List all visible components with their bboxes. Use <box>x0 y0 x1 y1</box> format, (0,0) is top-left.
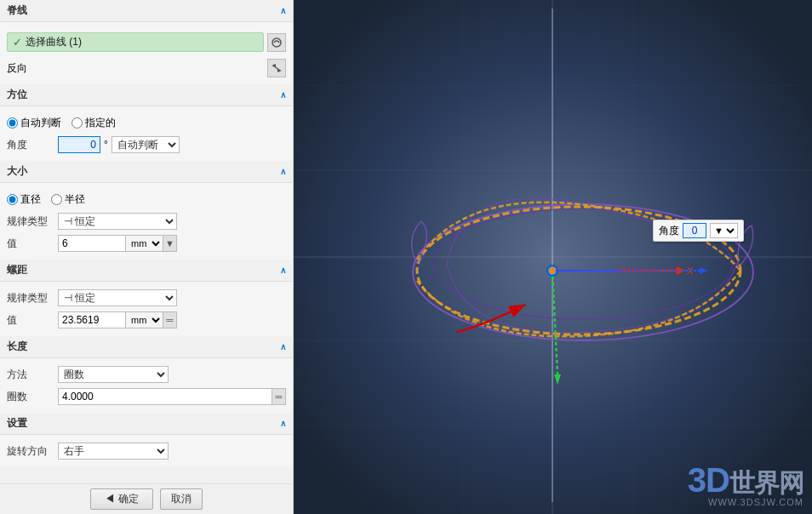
section-size: 大小 ∧ <box>0 161 293 183</box>
pitch-eq-btn[interactable]: ═ <box>163 311 177 328</box>
watermark: 3D世界网 WWW.3DSJW.COM <box>688 463 803 507</box>
radio-diameter-label: 直径 <box>20 192 41 207</box>
section-settings-title: 设置 <box>7 416 27 431</box>
collapse-pitch-icon[interactable]: ∧ <box>280 266 286 275</box>
radio-auto[interactable]: 自动判断 <box>7 116 61 130</box>
watermark-brand: 3D世界网 <box>688 463 803 497</box>
size-value-row: 值 mm ▼ <box>7 234 286 253</box>
collapse-settings-icon[interactable]: ∧ <box>280 419 286 428</box>
section-orientation-title: 方位 <box>7 88 27 102</box>
angle-input[interactable] <box>58 136 100 153</box>
radio-specified-label: 指定的 <box>85 116 116 130</box>
reverse-icon <box>271 63 283 73</box>
spine-selected-curve[interactable]: ✓ 选择曲线 (1) <box>7 32 264 52</box>
turns-combo: ═ <box>58 388 286 405</box>
pitch-law-select-group: ⊣ 恒定 <box>58 289 177 306</box>
collapse-length-icon[interactable]: ∧ <box>280 342 286 351</box>
ok-label: ◀ 确定 <box>105 493 138 505</box>
angle-popup-label: 角度 <box>659 224 679 238</box>
cancel-label: 取消 <box>171 493 192 505</box>
turns-eq-btn[interactable]: ═ <box>272 388 286 405</box>
radio-specified[interactable]: 指定的 <box>71 116 116 130</box>
turns-value-input[interactable] <box>58 388 272 405</box>
viewport: X 角度 ▼ 3D世界网 WWW. <box>294 0 812 514</box>
collapse-spine-icon[interactable]: ∧ <box>280 6 286 15</box>
rotation-select[interactable]: 右手 左手 <box>58 443 169 460</box>
section-orientation: 方位 ∧ <box>0 84 293 106</box>
pitch-value-row: 值 mm ═ <box>7 311 286 329</box>
radio-radius[interactable]: 半径 <box>51 192 85 207</box>
watermark-3d-text: 3D <box>688 461 729 499</box>
left-panel: 脊线 ∧ ✓ 选择曲线 (1) 反向 <box>0 0 294 514</box>
size-law-select[interactable]: ⊣ 恒定 <box>58 213 177 230</box>
bottom-spacer <box>0 467 293 483</box>
pitch-value-label: 值 <box>7 313 58 328</box>
bottom-bar: ◀ 确定 取消 <box>0 483 293 514</box>
section-spine-body: ✓ 选择曲线 (1) 反向 <box>0 22 293 84</box>
size-value-input[interactable] <box>58 235 126 252</box>
pitch-value-input[interactable] <box>58 311 126 328</box>
reverse-icon-btn[interactable] <box>267 59 286 77</box>
collapse-size-icon[interactable]: ∧ <box>280 167 286 176</box>
size-law-select-group: ⊣ 恒定 <box>58 213 177 230</box>
pitch-law-select[interactable]: ⊣ 恒定 <box>58 289 177 306</box>
section-pitch-title: 螺距 <box>7 263 27 277</box>
size-radio-row: 直径 半径 <box>7 190 286 208</box>
spine-selected-text: 选择曲线 (1) <box>26 35 258 49</box>
angle-unit: ° <box>104 139 108 151</box>
length-method-select[interactable]: 圈数 <box>58 366 169 383</box>
spine-icon-btn[interactable] <box>267 33 286 52</box>
rotation-row: 旋转方向 右手 左手 <box>7 442 286 460</box>
section-orientation-body: 自动判断 指定的 角度 ° 自动判断 <box>0 106 293 161</box>
size-eq-btn[interactable]: ▼ <box>163 235 177 252</box>
svg-point-0 <box>272 38 281 47</box>
radio-auto-input[interactable] <box>7 117 18 128</box>
section-spine-title: 脊线 <box>7 3 27 18</box>
angle-input-group: ° 自动判断 <box>58 136 286 153</box>
angle-label: 角度 <box>7 138 58 152</box>
reverse-row: 反向 <box>7 59 286 77</box>
section-size-body: 直径 半径 规律类型 ⊣ 恒定 值 <box>0 183 293 260</box>
pitch-value-combo: mm ═ <box>58 311 286 328</box>
section-length: 长度 ∧ <box>0 336 293 358</box>
length-turns-label: 圈数 <box>7 390 58 404</box>
cancel-button[interactable]: 取消 <box>160 488 203 510</box>
section-spine: 脊线 ∧ <box>0 0 293 22</box>
angle-popup: 角度 ▼ <box>653 220 744 242</box>
orientation-radio-group: 自动判断 指定的 <box>7 116 116 130</box>
svg-point-26 <box>549 267 556 274</box>
section-settings: 设置 ∧ <box>0 413 293 435</box>
collapse-orientation-icon[interactable]: ∧ <box>280 90 286 100</box>
size-law-row: 规律类型 ⊣ 恒定 <box>7 212 286 231</box>
viewport-svg: X <box>294 0 812 514</box>
section-pitch: 螺距 ∧ <box>0 260 293 282</box>
pitch-law-row: 规律类型 ⊣ 恒定 <box>7 288 286 307</box>
length-method-row: 方法 圈数 <box>7 365 286 384</box>
size-law-label: 规律类型 <box>7 214 58 229</box>
radio-diameter-input[interactable] <box>7 194 18 205</box>
section-settings-body: 旋转方向 右手 左手 <box>0 435 293 467</box>
length-method-label: 方法 <box>7 368 58 382</box>
angle-popup-select[interactable]: ▼ <box>710 223 738 238</box>
size-radio-group: 直径 半径 <box>7 192 85 207</box>
ok-button[interactable]: ◀ 确定 <box>90 488 152 510</box>
auto-radio-row: 自动判断 指定的 <box>7 113 286 132</box>
pitch-law-label: 规律类型 <box>7 291 58 306</box>
size-unit-select[interactable]: mm <box>126 235 163 252</box>
angle-popup-input[interactable] <box>683 223 706 238</box>
check-icon: ✓ <box>13 36 22 49</box>
radio-radius-input[interactable] <box>51 194 62 205</box>
panel-scroll-wrapper[interactable]: 脊线 ∧ ✓ 选择曲线 (1) 反向 <box>0 0 293 483</box>
radio-specified-input[interactable] <box>71 117 83 128</box>
pitch-unit-select[interactable]: mm <box>126 311 163 328</box>
section-length-title: 长度 <box>7 340 27 354</box>
section-pitch-body: 规律类型 ⊣ 恒定 值 mm ═ <box>0 282 293 336</box>
spine-curve-row: ✓ 选择曲线 (1) <box>7 29 286 55</box>
angle-select[interactable]: 自动判断 <box>112 136 180 153</box>
watermark-world-text: 世界网 <box>729 469 803 497</box>
size-value-label: 值 <box>7 237 58 251</box>
rotation-label: 旋转方向 <box>7 444 58 459</box>
radio-diameter[interactable]: 直径 <box>7 192 41 207</box>
angle-row: 角度 ° 自动判断 <box>7 135 286 154</box>
radio-auto-label: 自动判断 <box>20 116 61 130</box>
